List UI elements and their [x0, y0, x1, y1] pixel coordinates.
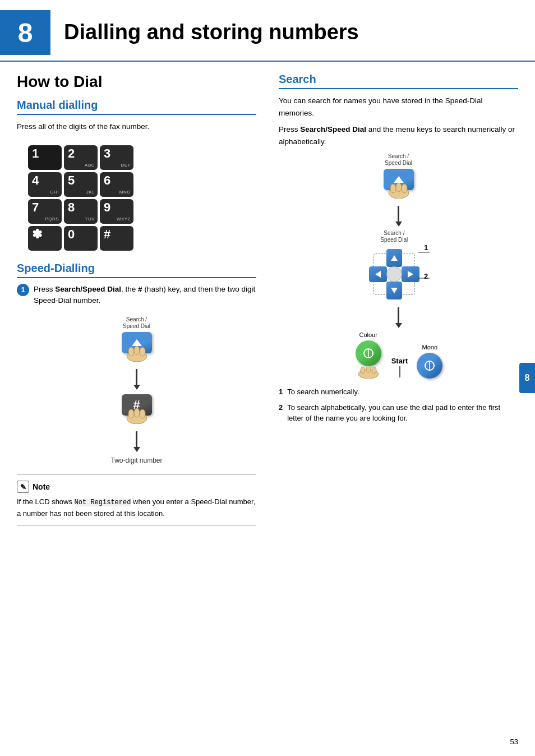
key-1: 1: [28, 145, 62, 170]
search-nav-section: Search /Speed Dial: [369, 230, 428, 303]
note-item-2: 2 To search alphabetically, you can use …: [279, 402, 518, 424]
key-2: 2 ABC: [64, 145, 98, 170]
key-0: 0: [64, 226, 98, 251]
two-digit-label: Two-digit number: [110, 457, 162, 464]
colour-icon: [363, 348, 374, 359]
start-label-group: Start: [391, 357, 408, 379]
svg-point-2: [134, 346, 140, 355]
step1-text: Press Search/Speed Dial, the # (hash) ke…: [34, 284, 256, 307]
speed-dial-diagram: Search /Speed Dial: [17, 316, 256, 464]
colour-label: Colour: [359, 331, 377, 338]
section-how-to-dial: How to Dial: [17, 73, 256, 91]
page-tab: 8: [519, 363, 535, 393]
right-column: Search You can search for names you have…: [273, 73, 518, 526]
annotation-1: 1: [424, 243, 428, 252]
search-description1: You can search for names you have stored…: [279, 95, 518, 119]
nav-down-btn: [386, 282, 402, 299]
section-search: Search: [279, 73, 518, 89]
chapter-title: Dialling and storing numbers: [64, 21, 359, 44]
annotations: 1 2: [424, 230, 428, 280]
nav-cross-group: Search /Speed Dial: [369, 230, 419, 303]
hand-colour: [354, 366, 382, 379]
note-icon: ✎: [17, 481, 29, 493]
key-9: 9 WXYZ: [100, 199, 133, 224]
arrow-r2: [395, 307, 402, 328]
mono-label: Mono: [422, 344, 438, 351]
note-2-num: 2: [279, 402, 283, 424]
section-manual-dialling: Manual dialling: [17, 99, 256, 115]
content-area: How to Dial Manual dialling Press all of…: [0, 62, 535, 548]
svg-point-3: [140, 347, 145, 356]
svg-point-9: [390, 184, 396, 193]
chapter-badge: 8: [0, 10, 50, 55]
svg-point-1: [128, 347, 134, 356]
key-5: 5 JKL: [64, 172, 98, 197]
key-4: 4 GHI: [28, 172, 62, 197]
btn-triangle-icon: [132, 339, 142, 346]
colour-btn-group: Colour: [354, 331, 382, 379]
svg-point-7: [140, 409, 145, 418]
search-speed-label-r2: Search /Speed Dial: [380, 230, 408, 243]
key-8: 8 TUV: [64, 199, 98, 224]
svg-point-22: [366, 366, 371, 372]
note-2-text: To search alphabetically, you can use th…: [287, 402, 518, 424]
mono-btn-group: Mono: [417, 344, 442, 379]
note-box: ✎ Note If the LCD shows Not Registered w…: [17, 474, 256, 526]
note-label: ✎ Note: [17, 481, 256, 493]
colour-btn: [356, 340, 381, 366]
key-6: 6 MNO: [100, 172, 133, 197]
hand-illus-1: [123, 346, 151, 362]
search-speed-btn-group-r1: Search /Speed Dial: [384, 153, 414, 190]
arrow-1: [133, 369, 140, 390]
svg-marker-12: [391, 255, 398, 261]
svg-point-5: [128, 409, 134, 418]
section-speed-dialling: Speed-Dialling: [17, 262, 256, 278]
start-label: Start: [391, 357, 408, 365]
manual-dialling-description: Press all of the digits of the fax numbe…: [17, 121, 256, 133]
search-speed-btn-group: Search /Speed Dial: [122, 316, 152, 353]
svg-point-23: [372, 367, 376, 374]
search-speed-label-r1: Search /Speed Dial: [385, 153, 412, 167]
search-speed-label-1: Search /Speed Dial: [123, 316, 150, 330]
mono-btn: [417, 353, 442, 379]
arrow-r1: [395, 206, 402, 227]
annotation-2: 2: [424, 272, 428, 280]
btn-triangle-r1: [394, 176, 404, 183]
svg-marker-13: [391, 288, 398, 293]
speed-dial-step1: 1 Press Search/Speed Dial, the # (hash) …: [17, 284, 256, 311]
svg-point-10: [396, 183, 402, 192]
search-description2: Press Search/Speed Dial and the menu key…: [279, 123, 518, 147]
start-buttons-group: Colour S: [354, 331, 443, 379]
chapter-number: 8: [18, 17, 33, 48]
nav-left-btn: [369, 266, 387, 282]
page-header: 8 Dialling and storing numbers: [0, 0, 535, 62]
search-notes-list: 1 To search numerically. 2 To search alp…: [279, 386, 518, 424]
nav-center: [386, 266, 402, 282]
search-diagram: Search /Speed Dial: [279, 153, 518, 379]
svg-point-6: [134, 408, 140, 417]
nav-right-btn: [402, 266, 419, 282]
hand-illus-r1: [385, 183, 413, 199]
key-3: 3 DEF: [100, 145, 133, 170]
keypad: 1 2 ABC 3 DEF 4 GHI 5 JKL 6 MNO: [28, 145, 133, 251]
svg-point-11: [402, 184, 407, 193]
note-1-num: 1: [279, 386, 283, 398]
hash-key-group: #: [122, 394, 152, 416]
mono-icon: [424, 360, 435, 371]
page-number: 53: [510, 737, 518, 746]
nav-up-btn: [386, 249, 402, 267]
svg-marker-14: [375, 271, 381, 278]
note-item-1: 1 To search numerically.: [279, 386, 518, 398]
svg-marker-15: [408, 271, 413, 278]
key-star: ✽: [28, 226, 62, 251]
left-column: How to Dial Manual dialling Press all of…: [17, 73, 256, 526]
step-circle-1: 1: [17, 284, 29, 296]
key-7: 7 PQRS: [28, 199, 62, 224]
key-hash: #: [100, 226, 133, 251]
note-1-text: To search numerically.: [287, 386, 359, 398]
nav-cross: [369, 249, 419, 299]
svg-point-21: [361, 367, 365, 374]
hand-illus-2: [123, 408, 151, 424]
arrow-2: [133, 431, 140, 452]
note-text: If the LCD shows Not Registered when you…: [17, 496, 256, 520]
